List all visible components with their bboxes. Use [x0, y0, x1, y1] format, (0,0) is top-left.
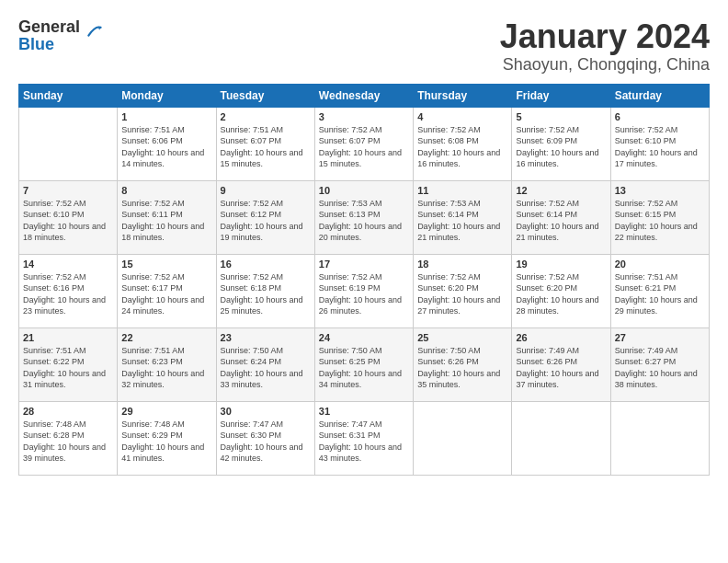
day-number: 14 — [23, 259, 113, 270]
day-number: 6 — [615, 111, 705, 122]
day-cell: 12 Sunrise: 7:52 AMSunset: 6:14 PMDaylig… — [512, 180, 610, 254]
day-number: 24 — [319, 332, 409, 343]
day-number: 10 — [319, 185, 409, 196]
day-number: 30 — [221, 406, 311, 417]
page: General Blue January 2024 Shaoyun, Chong… — [0, 0, 728, 563]
day-number: 12 — [516, 185, 606, 196]
calendar-title: January 2024 — [500, 18, 710, 55]
day-info: Sunrise: 7:51 AMSunset: 6:06 PMDaylight:… — [121, 125, 204, 169]
day-info: Sunrise: 7:49 AMSunset: 6:26 PMDaylight:… — [516, 346, 598, 390]
day-cell: 14 Sunrise: 7:52 AMSunset: 6:16 PMDaylig… — [19, 254, 118, 327]
day-number: 31 — [319, 406, 409, 417]
day-info: Sunrise: 7:48 AMSunset: 6:28 PMDaylight:… — [23, 419, 106, 464]
day-cell: 6 Sunrise: 7:52 AMSunset: 6:10 PMDayligh… — [610, 107, 709, 180]
day-info: Sunrise: 7:52 AMSunset: 6:14 PMDaylight:… — [516, 199, 598, 243]
day-cell: 18 Sunrise: 7:52 AMSunset: 6:20 PMDaylig… — [414, 254, 512, 327]
day-number: 18 — [417, 259, 507, 270]
day-cell: 19 Sunrise: 7:52 AMSunset: 6:20 PMDaylig… — [512, 254, 610, 327]
day-cell: 21 Sunrise: 7:51 AMSunset: 6:22 PMDaylig… — [19, 327, 118, 401]
day-cell: 13 Sunrise: 7:52 AMSunset: 6:15 PMDaylig… — [610, 180, 709, 254]
col-thursday: Thursday — [414, 84, 512, 107]
day-info: Sunrise: 7:52 AMSunset: 6:17 PMDaylight:… — [121, 272, 204, 316]
calendar-table: Sunday Monday Tuesday Wednesday Thursday… — [18, 84, 710, 476]
day-cell: 7 Sunrise: 7:52 AMSunset: 6:10 PMDayligh… — [19, 180, 118, 254]
day-cell: 30 Sunrise: 7:47 AMSunset: 6:30 PMDaylig… — [216, 401, 314, 475]
day-number: 17 — [319, 259, 409, 270]
day-number: 26 — [516, 332, 606, 343]
day-cell: 2 Sunrise: 7:51 AMSunset: 6:07 PMDayligh… — [216, 107, 314, 180]
day-number: 15 — [121, 259, 211, 270]
day-info: Sunrise: 7:51 AMSunset: 6:21 PMDaylight:… — [615, 272, 698, 316]
day-info: Sunrise: 7:52 AMSunset: 6:11 PMDaylight:… — [121, 199, 204, 243]
day-info: Sunrise: 7:52 AMSunset: 6:08 PMDaylight:… — [417, 125, 500, 169]
day-number: 2 — [221, 111, 311, 122]
day-number: 28 — [23, 406, 113, 417]
day-info: Sunrise: 7:52 AMSunset: 6:10 PMDaylight:… — [615, 125, 698, 169]
week-row-2: 14 Sunrise: 7:52 AMSunset: 6:16 PMDaylig… — [19, 254, 710, 327]
day-info: Sunrise: 7:48 AMSunset: 6:29 PMDaylight:… — [121, 419, 204, 464]
day-number: 16 — [221, 259, 311, 270]
day-number: 27 — [615, 332, 705, 343]
day-info: Sunrise: 7:52 AMSunset: 6:20 PMDaylight:… — [516, 272, 598, 316]
logo-general: General — [18, 17, 80, 36]
logo-icon — [82, 22, 102, 42]
day-cell: 29 Sunrise: 7:48 AMSunset: 6:29 PMDaylig… — [118, 401, 216, 475]
day-info: Sunrise: 7:50 AMSunset: 6:24 PMDaylight:… — [221, 346, 303, 390]
day-cell: 17 Sunrise: 7:52 AMSunset: 6:19 PMDaylig… — [314, 254, 413, 327]
day-number: 13 — [615, 185, 705, 196]
title-block: January 2024 Shaoyun, Chongqing, China — [500, 18, 710, 75]
day-number: 22 — [121, 332, 211, 343]
logo-text: General Blue — [18, 18, 80, 53]
col-tuesday: Tuesday — [216, 84, 314, 107]
day-info: Sunrise: 7:52 AMSunset: 6:10 PMDaylight:… — [23, 199, 106, 243]
day-cell: 24 Sunrise: 7:50 AMSunset: 6:25 PMDaylig… — [314, 327, 413, 401]
day-info: Sunrise: 7:47 AMSunset: 6:31 PMDaylight:… — [319, 419, 402, 464]
day-number: 21 — [23, 332, 113, 343]
day-cell: 27 Sunrise: 7:49 AMSunset: 6:27 PMDaylig… — [610, 327, 709, 401]
day-info: Sunrise: 7:51 AMSunset: 6:07 PMDaylight:… — [221, 125, 303, 169]
day-number: 20 — [615, 259, 705, 270]
day-number: 9 — [221, 185, 311, 196]
day-cell: 20 Sunrise: 7:51 AMSunset: 6:21 PMDaylig… — [610, 254, 709, 327]
day-number: 25 — [417, 332, 507, 343]
calendar-location: Shaoyun, Chongqing, China — [500, 55, 710, 75]
day-cell: 26 Sunrise: 7:49 AMSunset: 6:26 PMDaylig… — [512, 327, 610, 401]
day-number: 7 — [23, 185, 113, 196]
day-info: Sunrise: 7:49 AMSunset: 6:27 PMDaylight:… — [615, 346, 698, 390]
day-info: Sunrise: 7:51 AMSunset: 6:23 PMDaylight:… — [121, 346, 204, 390]
col-friday: Friday — [512, 84, 610, 107]
day-cell: 5 Sunrise: 7:52 AMSunset: 6:09 PMDayligh… — [512, 107, 610, 180]
day-number: 8 — [121, 185, 211, 196]
day-info: Sunrise: 7:53 AMSunset: 6:14 PMDaylight:… — [417, 199, 500, 243]
day-info: Sunrise: 7:52 AMSunset: 6:09 PMDaylight:… — [516, 125, 598, 169]
day-info: Sunrise: 7:51 AMSunset: 6:22 PMDaylight:… — [23, 346, 106, 390]
day-cell: 1 Sunrise: 7:51 AMSunset: 6:06 PMDayligh… — [118, 107, 216, 180]
day-number: 5 — [516, 111, 606, 122]
day-cell: 8 Sunrise: 7:52 AMSunset: 6:11 PMDayligh… — [118, 180, 216, 254]
day-cell: 22 Sunrise: 7:51 AMSunset: 6:23 PMDaylig… — [118, 327, 216, 401]
day-cell: 28 Sunrise: 7:48 AMSunset: 6:28 PMDaylig… — [19, 401, 118, 475]
day-cell: 16 Sunrise: 7:52 AMSunset: 6:18 PMDaylig… — [216, 254, 314, 327]
week-row-0: 1 Sunrise: 7:51 AMSunset: 6:06 PMDayligh… — [19, 107, 710, 180]
day-cell — [19, 107, 118, 180]
day-number: 3 — [319, 111, 409, 122]
day-cell: 9 Sunrise: 7:52 AMSunset: 6:12 PMDayligh… — [216, 180, 314, 254]
day-cell: 15 Sunrise: 7:52 AMSunset: 6:17 PMDaylig… — [118, 254, 216, 327]
week-row-4: 28 Sunrise: 7:48 AMSunset: 6:28 PMDaylig… — [19, 401, 710, 475]
day-cell — [512, 401, 610, 475]
header: General Blue January 2024 Shaoyun, Chong… — [18, 18, 710, 75]
day-info: Sunrise: 7:52 AMSunset: 6:12 PMDaylight:… — [221, 199, 303, 243]
logo: General Blue — [18, 18, 102, 53]
day-number: 29 — [121, 406, 211, 417]
day-info: Sunrise: 7:47 AMSunset: 6:30 PMDaylight:… — [221, 419, 303, 464]
day-info: Sunrise: 7:52 AMSunset: 6:15 PMDaylight:… — [615, 199, 698, 243]
week-row-1: 7 Sunrise: 7:52 AMSunset: 6:10 PMDayligh… — [19, 180, 710, 254]
day-info: Sunrise: 7:52 AMSunset: 6:16 PMDaylight:… — [23, 272, 106, 316]
day-cell — [414, 401, 512, 475]
day-cell: 3 Sunrise: 7:52 AMSunset: 6:07 PMDayligh… — [314, 107, 413, 180]
day-cell: 25 Sunrise: 7:50 AMSunset: 6:26 PMDaylig… — [414, 327, 512, 401]
week-row-3: 21 Sunrise: 7:51 AMSunset: 6:22 PMDaylig… — [19, 327, 710, 401]
day-number: 4 — [417, 111, 507, 122]
col-wednesday: Wednesday — [314, 84, 413, 107]
col-monday: Monday — [118, 84, 216, 107]
